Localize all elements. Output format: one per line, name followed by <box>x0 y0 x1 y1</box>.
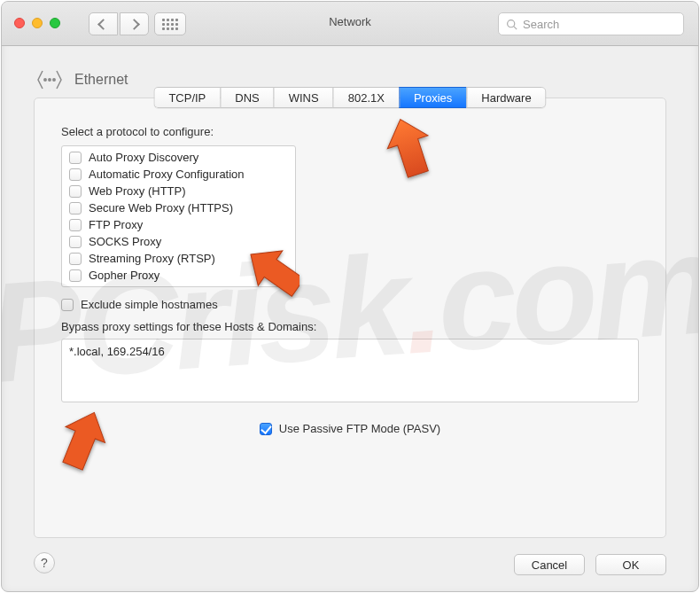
passive-ftp-row[interactable]: Use Passive FTP Mode (PASV) <box>61 422 639 435</box>
protocol-item-ftp[interactable]: FTP Proxy <box>62 216 295 233</box>
select-protocol-label: Select a protocol to configure: <box>61 125 639 138</box>
checkbox[interactable] <box>69 152 82 164</box>
settings-panel: TCP/IP DNS WINS 802.1X Proxies Hardware … <box>34 98 666 538</box>
exclude-hostnames-row[interactable]: Exclude simple hostnames <box>61 298 639 311</box>
tab-proxies[interactable]: Proxies <box>399 87 466 108</box>
svg-point-2 <box>44 79 46 81</box>
passive-ftp-label: Use Passive FTP Mode (PASV) <box>279 422 440 435</box>
tab-bar: TCP/IP DNS WINS 802.1X Proxies Hardware <box>153 87 546 108</box>
tab-8021x[interactable]: 802.1X <box>333 87 399 108</box>
checkbox[interactable] <box>69 168 82 181</box>
ok-button[interactable]: OK <box>595 554 666 575</box>
action-buttons: Cancel OK <box>514 554 666 575</box>
tab-hardware[interactable]: Hardware <box>466 87 546 108</box>
tab-tcpip[interactable]: TCP/IP <box>153 87 220 108</box>
svg-point-0 <box>508 20 515 27</box>
svg-point-4 <box>53 79 55 81</box>
search-placeholder: Search <box>523 18 559 31</box>
protocol-item-rtsp[interactable]: Streaming Proxy (RTSP) <box>62 250 295 267</box>
protocol-item-http[interactable]: Web Proxy (HTTP) <box>62 183 295 199</box>
exclude-label: Exclude simple hostnames <box>81 298 218 311</box>
svg-line-1 <box>514 26 517 28</box>
exclude-checkbox[interactable] <box>61 299 74 311</box>
checkbox[interactable] <box>69 202 82 215</box>
tab-wins[interactable]: WINS <box>274 87 333 108</box>
proxies-pane: Select a protocol to configure: Auto Pro… <box>61 125 639 521</box>
checkbox[interactable] <box>69 236 82 248</box>
protocol-item-auto-discovery[interactable]: Auto Proxy Discovery <box>62 149 295 166</box>
titlebar: Network Search <box>2 2 698 46</box>
svg-point-3 <box>49 79 51 81</box>
protocol-item-https[interactable]: Secure Web Proxy (HTTPS) <box>62 199 295 216</box>
search-field[interactable]: Search <box>498 12 684 35</box>
passive-ftp-checkbox[interactable] <box>260 423 272 435</box>
bypass-label: Bypass proxy settings for these Hosts & … <box>61 320 639 333</box>
cancel-button[interactable]: Cancel <box>514 554 585 575</box>
ethernet-icon <box>35 66 64 94</box>
help-button[interactable]: ? <box>34 552 55 573</box>
search-icon <box>506 19 517 30</box>
window-frame: Network Search Ethernet TCP/IP DNS WINS … <box>1 1 699 592</box>
checkbox[interactable] <box>69 185 82 198</box>
protocol-list[interactable]: Auto Proxy Discovery Automatic Proxy Con… <box>61 145 296 287</box>
interface-name: Ethernet <box>74 72 128 88</box>
protocol-item-auto-config[interactable]: Automatic Proxy Configuration <box>62 166 295 183</box>
protocol-item-gopher[interactable]: Gopher Proxy <box>62 267 295 284</box>
protocol-item-socks[interactable]: SOCKS Proxy <box>62 233 295 250</box>
checkbox[interactable] <box>69 269 82 282</box>
checkbox[interactable] <box>69 219 82 231</box>
bypass-textarea[interactable]: *.local, 169.254/16 <box>61 339 639 402</box>
tab-dns[interactable]: DNS <box>220 87 273 108</box>
interface-header: Ethernet <box>35 66 128 94</box>
checkbox[interactable] <box>69 253 82 265</box>
